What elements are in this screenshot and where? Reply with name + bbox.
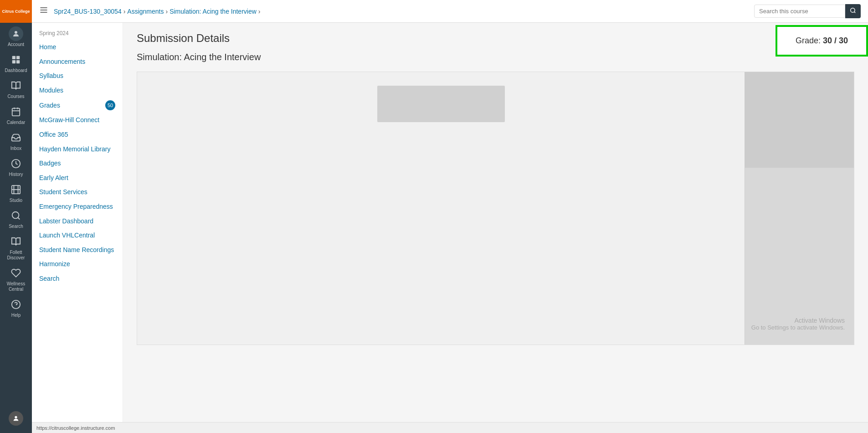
logo-text: Citrus College	[2, 9, 30, 14]
breadcrumb-sep3: ›	[258, 8, 261, 15]
sidebar-item-help[interactable]: Help	[0, 296, 32, 322]
inbox-icon	[11, 133, 21, 145]
svg-line-15	[18, 217, 20, 219]
sidebar-item-studio[interactable]: Studio	[0, 181, 32, 207]
sidebar-item-wellness[interactable]: Wellness Central	[0, 264, 32, 296]
nav-item-harmonize[interactable]: Harmonize	[32, 257, 123, 272]
nav-item-announcements[interactable]: Announcements	[32, 55, 123, 69]
hamburger-button[interactable]	[39, 5, 48, 17]
svg-point-0	[15, 31, 17, 34]
nav-item-mcgrawhill[interactable]: McGraw-Hill Connect	[32, 113, 123, 128]
courses-label: Courses	[7, 94, 24, 99]
activate-windows-line2: Go to Settings to activate Windows.	[751, 324, 845, 331]
term-label: Spring 2024	[32, 28, 123, 40]
grades-badge: 50	[105, 100, 115, 110]
help-label: Help	[11, 313, 21, 318]
nav-item-syllabus[interactable]: Syllabus	[32, 69, 123, 83]
courses-icon	[11, 81, 21, 93]
breadcrumb-current[interactable]: Simulation: Acing the Interview	[169, 8, 257, 15]
content-wrapper: Spring 2024 Home Announcements Syllabus …	[32, 23, 868, 422]
nav-item-emergency[interactable]: Emergency Preparedness	[32, 200, 123, 214]
placeholder-media	[377, 86, 505, 122]
svg-rect-4	[16, 60, 20, 63]
svg-point-22	[851, 8, 855, 12]
history-label: History	[9, 172, 23, 177]
studio-icon	[11, 185, 21, 197]
user-avatar	[9, 411, 23, 426]
follett-icon	[11, 237, 21, 249]
sidebar-item-inbox[interactable]: Inbox	[0, 129, 32, 155]
search-button[interactable]	[845, 4, 861, 18]
svg-rect-2	[16, 56, 20, 59]
nav-item-student-services[interactable]: Student Services	[32, 185, 123, 200]
activate-windows-line1: Activate Windows	[751, 317, 845, 324]
nav-item-modules[interactable]: Modules	[32, 83, 123, 98]
breadcrumb-assignments[interactable]: Assignments	[127, 8, 164, 15]
frame-right-top	[745, 72, 854, 168]
status-bar: https://citruscollege.instructure.com	[32, 422, 868, 433]
nav-item-office365[interactable]: Office 365	[32, 128, 123, 142]
submission-details-heading: Submission Details	[137, 32, 854, 45]
content-frame: Activate Windows Go to Settings to activ…	[137, 72, 854, 345]
account-label: Account	[8, 42, 24, 47]
wellness-label: Wellness Central	[2, 281, 30, 292]
nav-item-labster[interactable]: Labster Dashboard	[32, 214, 123, 229]
nav-item-student-name[interactable]: Student Name Recordings	[32, 243, 123, 258]
account-icon	[9, 26, 23, 41]
search-label: Search	[9, 224, 23, 229]
svg-line-23	[854, 12, 856, 13]
sidebar-item-dashboard[interactable]: Dashboard	[0, 51, 32, 77]
sidebar-item-follett[interactable]: Follett Discover	[0, 233, 32, 264]
studio-label: Studio	[10, 198, 22, 203]
nav-item-grades[interactable]: Grades 50	[32, 98, 123, 113]
grade-badge: Grade: 30 / 30	[776, 25, 868, 57]
history-icon	[11, 159, 21, 171]
calendar-label: Calendar	[7, 120, 26, 125]
status-url: https://citruscollege.instructure.com	[36, 425, 115, 431]
sidebar-item-account[interactable]: Account	[0, 23, 32, 51]
inbox-label: Inbox	[10, 146, 21, 151]
nav-item-vhl[interactable]: Launch VHLCentral	[32, 228, 123, 243]
breadcrumb-sep2: ›	[166, 8, 168, 15]
wellness-icon	[11, 268, 21, 280]
grade-value: 30 / 30	[823, 36, 848, 45]
assignment-name-heading: Simulation: Acing the Interview	[137, 52, 854, 62]
sidebar-item-history[interactable]: History	[0, 155, 32, 181]
follett-label: Follett Discover	[2, 250, 30, 261]
calendar-icon	[11, 107, 21, 119]
main-content: Submission Details Simulation: Acing the…	[123, 23, 868, 422]
grade-label: Grade:	[796, 36, 821, 45]
frame-right-bottom: Activate Windows Go to Settings to activ…	[745, 168, 854, 345]
nav-item-hayden[interactable]: Hayden Memorial Library	[32, 142, 123, 157]
activate-windows-message: Activate Windows Go to Settings to activ…	[751, 317, 845, 331]
breadcrumb: Spr24_BUS-130_30054 › Assignments › Simu…	[54, 8, 262, 15]
search-input[interactable]	[754, 5, 845, 18]
breadcrumb-sep1: ›	[123, 8, 126, 15]
search-nav-icon	[11, 211, 21, 223]
logo[interactable]: Citrus College	[0, 0, 32, 23]
nav-item-search[interactable]: Search	[32, 272, 123, 286]
nav-item-early-alert[interactable]: Early Alert	[32, 171, 123, 186]
course-nav: Spring 2024 Home Announcements Syllabus …	[32, 23, 123, 422]
user-circle[interactable]	[7, 407, 25, 429]
sidebar-item-search[interactable]: Search	[0, 207, 32, 233]
nav-item-home[interactable]: Home	[32, 40, 123, 55]
dashboard-icon	[11, 55, 21, 67]
svg-point-14	[12, 212, 19, 219]
svg-point-18	[15, 416, 17, 418]
main-area: Spr24_BUS-130_30054 › Assignments › Simu…	[32, 0, 868, 433]
svg-rect-3	[12, 60, 15, 63]
frame-right: Activate Windows Go to Settings to activ…	[745, 72, 854, 345]
icon-sidebar: Citrus College Account Dashboard Courses…	[0, 0, 32, 433]
nav-item-badges[interactable]: Badges	[32, 156, 123, 171]
sidebar-item-courses[interactable]: Courses	[0, 77, 32, 103]
svg-rect-1	[12, 56, 15, 59]
help-icon	[11, 299, 21, 312]
search-area	[754, 4, 861, 18]
dashboard-label: Dashboard	[5, 68, 27, 73]
top-header: Spr24_BUS-130_30054 › Assignments › Simu…	[32, 0, 868, 23]
svg-rect-5	[12, 108, 20, 116]
breadcrumb-course[interactable]: Spr24_BUS-130_30054	[54, 8, 122, 15]
frame-left	[137, 72, 745, 345]
sidebar-item-calendar[interactable]: Calendar	[0, 103, 32, 129]
